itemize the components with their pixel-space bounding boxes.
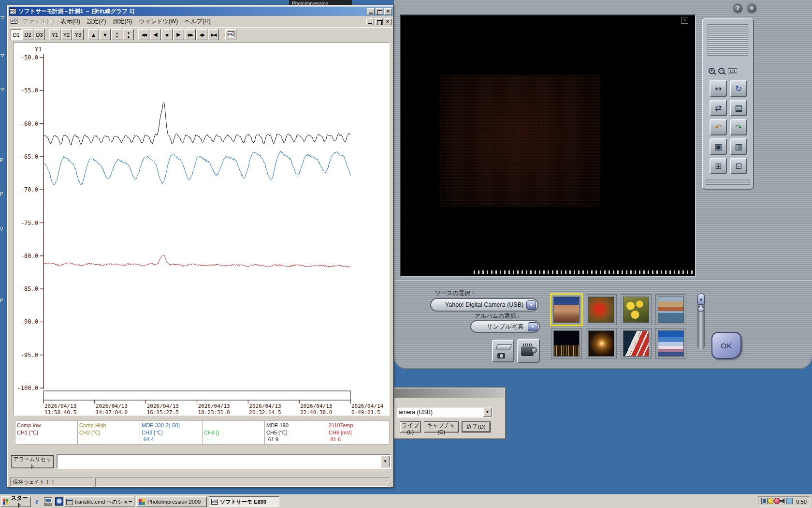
help-button[interactable]: ? — [733, 3, 743, 14]
thumbnail-lighthouse[interactable] — [621, 328, 652, 359]
toolbar-button-d3[interactable]: D3 — [34, 29, 45, 40]
scroll-up-button[interactable]: ▲ — [88, 29, 99, 40]
toolbar-button-y2[interactable]: Y2 — [61, 29, 72, 40]
thumbnail-canyon-spires[interactable] — [551, 294, 582, 325]
child-restore-button[interactable] — [375, 18, 383, 25]
camera-source-combobox[interactable]: amera (USB) ▼ — [397, 407, 493, 418]
thumbnail-cardinal-bird[interactable] — [586, 294, 617, 325]
taskbar-button-thermo[interactable]: ソフトサーモ E830 — [209, 496, 279, 507]
alarm-reset-button[interactable]: アラームリセット — [11, 455, 54, 468]
jump-to-start-button[interactable]: ◀◀ — [138, 29, 149, 40]
scrollbar-knob[interactable] — [698, 306, 704, 312]
zoom-out-icon[interactable]: − — [718, 68, 725, 74]
undo-button[interactable]: ↶ — [710, 119, 727, 135]
channels-icon[interactable] — [55, 497, 63, 506]
thumbnail-harbor-town[interactable] — [655, 294, 686, 325]
status-yellow-icon[interactable] — [768, 498, 774, 504]
volume-icon[interactable] — [780, 498, 786, 504]
resize-grip[interactable] — [386, 480, 392, 486]
rotate-button[interactable]: ↻ — [730, 80, 747, 97]
graph-view-button[interactable] — [225, 29, 236, 40]
start-button[interactable]: スタート — [1, 496, 31, 507]
copy-button[interactable]: ▣ — [710, 138, 727, 155]
close-button[interactable] — [384, 8, 392, 15]
toolbar-button-d2[interactable]: D2 — [22, 29, 33, 40]
compress-vertical-button[interactable]: ▼▲ — [123, 29, 134, 40]
child-minimize-button[interactable] — [366, 18, 374, 25]
alarm-list-combobox[interactable]: ▼ — [57, 454, 391, 469]
redo-button[interactable]: ↷ — [730, 119, 747, 135]
menu-item[interactable]: 設定(Z) — [84, 17, 109, 26]
chevron-down-icon[interactable]: ▼ — [528, 322, 537, 331]
desktop-icon-label-fragment[interactable]: マ — [0, 52, 5, 59]
menu-item[interactable]: ファイル(F) — [19, 17, 57, 26]
minimize-button[interactable] — [367, 8, 375, 15]
paste-button[interactable]: ▥ — [730, 138, 747, 155]
fit-to-window-button[interactable]: ↔ — [710, 80, 727, 97]
harbor-town-image — [658, 297, 684, 323]
internet-explorer-icon[interactable]: e — [33, 497, 41, 506]
show-desktop-icon[interactable] — [44, 497, 52, 506]
expand-vertical-button[interactable]: ▲▼ — [111, 29, 122, 40]
child-close-button[interactable] — [384, 18, 392, 25]
thumbnail-gold-light-trails[interactable] — [586, 328, 617, 359]
exit-button[interactable]: 終了(D) — [462, 421, 491, 433]
ok-button[interactable]: OK — [711, 332, 741, 359]
taskbar-button-photo[interactable]: PhotoImpression 2000 — [136, 496, 207, 507]
step-forward-button[interactable]: ▶ — [173, 29, 184, 40]
thermo-icon — [211, 499, 218, 505]
acquire-video-button[interactable] — [517, 339, 540, 363]
restore-button[interactable] — [376, 8, 383, 15]
desktop-icon-label-fragment[interactable]: P — [0, 158, 3, 163]
toolbar-button-d1[interactable]: D1 — [11, 29, 22, 40]
menu-item[interactable]: 表示(D) — [57, 17, 84, 26]
channel-status-table: Comp-lowCH1 [℃]-----Comp-HighCH2 [℃]----… — [15, 420, 390, 445]
status-blue-icon[interactable] — [786, 498, 793, 504]
stop-button[interactable]: ■ — [161, 29, 173, 40]
thumbnail-scrollbar[interactable]: ▲ — [697, 293, 705, 350]
menu-item[interactable]: 測定(S) — [109, 17, 135, 26]
frame-button[interactable]: ⊡ — [730, 158, 747, 174]
desktop-icon-label-fragment[interactable]: P — [0, 298, 3, 303]
acquire-scanner-camera-button[interactable] — [492, 340, 514, 362]
display-icon[interactable] — [761, 498, 768, 504]
flip-horizontal-button[interactable]: ⇄ — [710, 100, 727, 116]
toolbar-button-y3[interactable]: Y3 — [72, 29, 84, 40]
desktop-icon-label-fragment[interactable]: P — [0, 192, 3, 197]
jump-to-end-button[interactable]: ▶▶ — [185, 29, 196, 40]
status-red-icon[interactable] — [774, 498, 780, 504]
desktop-icon-label-fragment[interactable]: V — [0, 226, 3, 232]
preview-close-icon[interactable]: × — [681, 17, 688, 24]
thumbnail-yellow-flowers[interactable] — [621, 294, 652, 325]
new-page-button[interactable]: ▤ — [730, 100, 747, 116]
source-select-dropdown[interactable]: Yahoo! Digital Camera (USB) ▼ — [430, 298, 538, 312]
taskbar-button-cmd[interactable]: transfile.cmd へのショート... — [64, 496, 134, 507]
scroll-down-button[interactable]: ▼ — [100, 29, 111, 40]
acquire-button[interactable]: ⊞ — [710, 158, 727, 174]
thumbnail-city-night[interactable] — [551, 328, 582, 359]
dialog-titlebar[interactable] — [394, 388, 505, 398]
window-titlebar[interactable]: ソフトサーモ計測－計測1 － [折れ線グラフ 1] — [9, 7, 393, 16]
channel-cell: 2110TempCH6 [mV]-81.6 — [327, 421, 389, 444]
scroll-up-icon[interactable]: ▲ — [697, 293, 705, 305]
menu-item[interactable]: ヘルプ(H) — [181, 17, 214, 26]
thumbnail-sky-clouds[interactable] — [655, 328, 686, 359]
close-button[interactable]: × — [747, 3, 757, 14]
divider — [394, 280, 812, 281]
actual-size-button[interactable]: 1:1 — [728, 68, 737, 74]
compress-horizontal-button[interactable]: ▶◀ — [208, 29, 219, 40]
live-button[interactable]: ライブ(L) — [400, 421, 421, 433]
desktop-icon-label-fragment[interactable]: マ — [0, 15, 5, 21]
expand-horizontal-button[interactable]: ◀▶ — [196, 29, 207, 40]
capture-button[interactable]: キャプチャ(C) — [424, 421, 459, 433]
chevron-down-icon[interactable]: ▼ — [526, 300, 536, 310]
step-back-button[interactable]: ◀ — [150, 29, 161, 40]
album-select-dropdown[interactable]: サンプル写真 ▼ — [470, 320, 540, 333]
menu-item[interactable]: ウィンドウ(W) — [135, 17, 181, 26]
desktop-icon-label-fragment[interactable]: マ — [0, 86, 5, 93]
chevron-down-icon[interactable]: ▼ — [381, 456, 390, 467]
toolbar-button-y1[interactable]: Y1 — [49, 29, 60, 40]
chevron-down-icon[interactable]: ▼ — [483, 408, 492, 417]
scanner-icon — [495, 344, 512, 350]
zoom-in-icon[interactable]: + — [709, 68, 715, 74]
